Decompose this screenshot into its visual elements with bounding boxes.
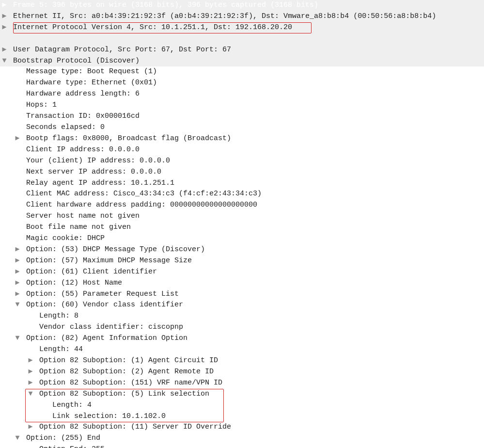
- bootp-flags: Bootp flags: 0x8000, Broadcast flag (Bro…: [26, 134, 231, 143]
- expand-arrow-icon[interactable]: ▶: [0, 45, 9, 56]
- tree-row-opt61[interactable]: ▶ Option: (61) Client identifier: [0, 267, 484, 278]
- bootp-opt82-summary: Option: (82) Agent Information Option: [26, 334, 187, 342]
- tree-row-xid[interactable]: Transaction ID: 0x000016cd: [0, 111, 484, 122]
- bootp-opt12: Option: (12) Host Name: [26, 279, 122, 287]
- tree-row-chpad[interactable]: Client hardware address padding: 0000000…: [0, 200, 484, 211]
- tree-row-shost[interactable]: Server host name not given: [0, 211, 484, 222]
- expand-arrow-icon[interactable]: ▶: [0, 22, 9, 33]
- ip-summary: Internet Protocol Version 4, Src: 10.1.2…: [13, 23, 292, 32]
- tree-row-opt55[interactable]: ▶ Option: (55) Parameter Request List: [0, 289, 484, 300]
- bootp-client-mac: Client MAC address: Cisco_43:34:c3 (f4:c…: [26, 190, 262, 198]
- expand-arrow-icon[interactable]: ▶: [0, 11, 9, 22]
- bootp-boot-file: Boot file name not given: [26, 223, 131, 231]
- tree-row-opt60-len[interactable]: Length: 8: [0, 311, 484, 322]
- tree-row-hwtype[interactable]: Hardware type: Ethernet (0x01): [0, 78, 484, 89]
- tree-row-udp[interactable]: ▶ User Datagram Protocol, Src Port: 67, …: [0, 45, 484, 56]
- tree-row-opt60[interactable]: ▼ Option: (60) Vendor class identifier: [0, 300, 484, 311]
- ethernet-summary: Ethernet II, Src: a0:b4:39:21:92:3f (a0:…: [13, 12, 436, 20]
- tree-row-opt60-vci[interactable]: Vendor class identifier: ciscopnp: [0, 322, 484, 333]
- frame-summary: Frame 5: 396 bytes on wire (3168 bits), …: [13, 1, 318, 9]
- tree-row-opt255[interactable]: ▼ Option: (255) End: [0, 433, 484, 444]
- bootp-opt57: Option: (57) Maximum DHCP Message Size: [26, 256, 192, 265]
- bootp-opt60-summary: Option: (60) Vendor class identifier: [26, 301, 183, 309]
- bootp-opt55: Option: (55) Parameter Request List: [26, 290, 179, 298]
- tree-row-yip[interactable]: Your (client) IP address: 0.0.0.0: [0, 156, 484, 167]
- bootp-relay-agent-ip: Relay agent IP address: 10.1.251.1: [26, 179, 174, 187]
- tree-row-raip[interactable]: Relay agent IP address: 10.1.251.1: [0, 178, 484, 189]
- expand-arrow-icon[interactable]: ▶: [0, 0, 9, 11]
- collapse-arrow-icon[interactable]: ▼: [13, 433, 22, 444]
- bootp-summary: Bootstrap Protocol (Discover): [13, 57, 140, 65]
- tree-row-cip[interactable]: Client IP address: 0.0.0.0: [0, 144, 484, 156]
- tree-row-opt255-end[interactable]: Option End: 255: [0, 444, 484, 448]
- bootp-next-server-ip: Next server IP address: 0.0.0.0: [26, 168, 161, 176]
- tree-row-bootp[interactable]: ▼ Bootstrap Protocol (Discover): [0, 56, 484, 67]
- tree-row-opt82-sub11[interactable]: ▶ Option 82 Suboption: (11) Server ID Ov…: [0, 422, 484, 433]
- collapse-arrow-icon[interactable]: ▼: [0, 56, 9, 67]
- bootp-server-host: Server host name not given: [26, 212, 140, 220]
- udp-summary: User Datagram Protocol, Src Port: 67, Ds…: [13, 46, 231, 54]
- tree-row-cmac[interactable]: Client MAC address: Cisco_43:34:c3 (f4:c…: [0, 189, 484, 200]
- bootp-seconds: Seconds elapsed: 0: [26, 123, 105, 131]
- bootp-opt60-length: Length: 8: [39, 312, 78, 320]
- bootp-opt255-summary: Option: (255) End: [26, 434, 100, 442]
- tree-row-bfile[interactable]: Boot file name not given: [0, 222, 484, 233]
- bootp-opt61: Option: (61) Client identifier: [26, 268, 157, 276]
- bootp-magic-cookie: Magic cookie: DHCP: [26, 234, 105, 242]
- bootp-client-ip: Client IP address: 0.0.0.0: [26, 145, 140, 154]
- tree-row-secs[interactable]: Seconds elapsed: 0: [0, 122, 484, 133]
- expand-arrow-icon[interactable]: ▶: [13, 244, 22, 256]
- bootp-hardware-type: Hardware type: Ethernet (0x01): [26, 79, 157, 87]
- expand-arrow-icon[interactable]: ▶: [26, 367, 35, 378]
- expand-arrow-icon[interactable]: ▶: [13, 256, 22, 267]
- bootp-opt53: Option: (53) DHCP Message Type (Discover…: [26, 245, 205, 254]
- tree-row-opt82-sub5-len[interactable]: Length: 4: [0, 400, 484, 411]
- bootp-opt82-sub11: Option 82 Suboption: (11) Server ID Over…: [39, 423, 231, 431]
- bootp-opt82-sub5-length: Length: 4: [52, 401, 92, 409]
- tree-row-opt82-sub5-link[interactable]: Link selection: 10.1.102.0: [0, 411, 484, 422]
- tree-row-opt53[interactable]: ▶ Option: (53) DHCP Message Type (Discov…: [0, 244, 484, 256]
- tree-row-nsip[interactable]: Next server IP address: 0.0.0.0: [0, 167, 484, 178]
- collapse-arrow-icon[interactable]: ▼: [13, 300, 22, 311]
- bootp-opt82-sub5-summary: Option 82 Suboption: (5) Link selection: [39, 390, 209, 398]
- expand-arrow-icon[interactable]: ▶: [13, 278, 22, 289]
- bootp-opt255-end: Option End: 255: [39, 445, 105, 448]
- bootp-opt82-sub151: Option 82 Suboption: (151) VRF name/VPN …: [39, 379, 222, 387]
- bootp-your-ip: Your (client) IP address: 0.0.0.0: [26, 157, 170, 165]
- tree-row-flags[interactable]: ▶ Bootp flags: 0x8000, Broadcast flag (B…: [0, 133, 484, 144]
- tree-row-opt82-sub151[interactable]: ▶ Option 82 Suboption: (151) VRF name/VP…: [0, 378, 484, 389]
- bootp-opt60-vci: Vendor class identifier: ciscopnp: [39, 323, 183, 331]
- collapse-arrow-icon[interactable]: ▼: [26, 389, 35, 400]
- tree-row-magic[interactable]: Magic cookie: DHCP: [0, 233, 484, 244]
- expand-arrow-icon[interactable]: ▶: [26, 422, 35, 433]
- tree-row-frame[interactable]: ▶ Frame 5: 396 bytes on wire (3168 bits)…: [0, 0, 484, 11]
- tree-row-opt82-sub2[interactable]: ▶ Option 82 Suboption: (2) Agent Remote …: [0, 367, 484, 378]
- expand-arrow-icon[interactable]: ▶: [13, 133, 22, 144]
- tree-row-msgtype[interactable]: Message type: Boot Request (1): [0, 66, 484, 78]
- tree-row-opt82[interactable]: ▼ Option: (82) Agent Information Option: [0, 333, 484, 344]
- tree-row-ip[interactable]: ▶ Internet Protocol Version 4, Src: 10.1…: [0, 22, 484, 45]
- bootp-hops: Hops: 1: [26, 101, 57, 109]
- tree-row-opt82-sub1[interactable]: ▶ Option 82 Suboption: (1) Agent Circuit…: [0, 355, 484, 367]
- expand-arrow-icon[interactable]: ▶: [13, 267, 22, 278]
- bootp-hw-addr-len: Hardware address length: 6: [26, 90, 140, 98]
- expand-arrow-icon[interactable]: ▶: [13, 289, 22, 300]
- tree-row-ethernet[interactable]: ▶ Ethernet II, Src: a0:b4:39:21:92:3f (a…: [0, 11, 484, 22]
- bootp-transaction-id: Transaction ID: 0x000016cd: [26, 112, 140, 120]
- bootp-opt82-sub5-link: Link selection: 10.1.102.0: [52, 412, 166, 420]
- bootp-opt82-length: Length: 44: [39, 345, 83, 353]
- tree-row-hwlen[interactable]: Hardware address length: 6: [0, 89, 484, 100]
- tree-row-opt57[interactable]: ▶ Option: (57) Maximum DHCP Message Size: [0, 256, 484, 267]
- bootp-opt82-sub2: Option 82 Suboption: (2) Agent Remote ID: [39, 368, 214, 376]
- expand-arrow-icon[interactable]: ▶: [26, 355, 35, 367]
- expand-arrow-icon[interactable]: ▶: [26, 378, 35, 389]
- tree-row-hops[interactable]: Hops: 1: [0, 100, 484, 111]
- bootp-message-type: Message type: Boot Request (1): [26, 67, 157, 76]
- collapse-arrow-icon[interactable]: ▼: [13, 333, 22, 344]
- bootp-client-hw-pad: Client hardware address padding: 0000000…: [26, 201, 257, 209]
- bootp-opt82-sub1: Option 82 Suboption: (1) Agent Circuit I…: [39, 356, 218, 365]
- tree-row-opt12[interactable]: ▶ Option: (12) Host Name: [0, 278, 484, 289]
- tree-row-opt82-len[interactable]: Length: 44: [0, 344, 484, 355]
- tree-row-opt82-sub5[interactable]: ▼ Option 82 Suboption: (5) Link selectio…: [0, 389, 484, 400]
